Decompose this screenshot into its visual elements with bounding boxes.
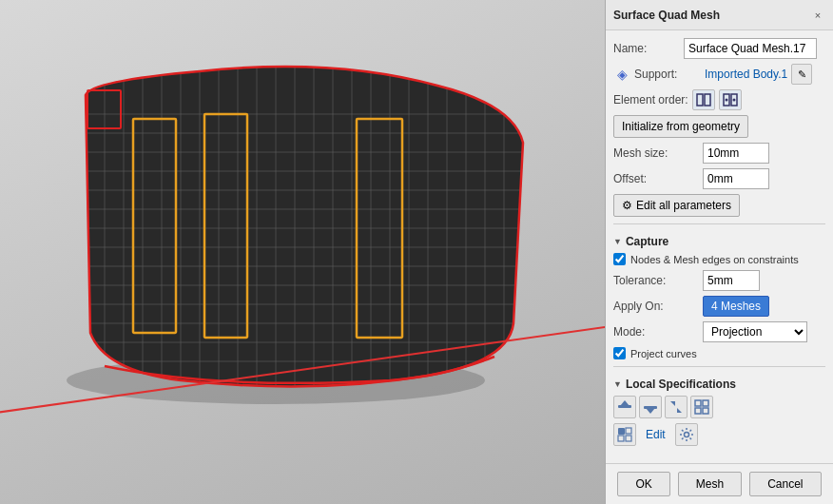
ok-button[interactable]: OK <box>617 472 669 496</box>
support-row: ◈ Support: Imported Body.1 ✎ <box>613 64 825 85</box>
support-value[interactable]: Imported Body.1 <box>705 68 787 81</box>
element-order-label: Element order: <box>613 93 688 107</box>
close-button[interactable]: × <box>810 8 825 23</box>
mode-row: Mode: Projection Snap None <box>613 321 825 342</box>
capture-header-label: Capture <box>626 235 668 248</box>
element-order-row: Element order: <box>613 89 825 110</box>
svg-marker-48 <box>620 400 630 406</box>
nodes-mesh-label: Nodes & Mesh edges on constraints <box>630 254 799 265</box>
nodes-mesh-checkbox[interactable] <box>613 253 626 265</box>
gear-icon-btn[interactable] <box>675 423 698 446</box>
svg-point-44 <box>725 99 727 102</box>
project-curves-row: Project curves <box>613 347 825 359</box>
support-label: Support: <box>634 68 701 81</box>
offset-input[interactable] <box>703 168 769 189</box>
local-spec-icon-2[interactable] <box>639 396 662 418</box>
local-spec-icon-1[interactable] <box>613 396 636 418</box>
separator-1 <box>613 223 825 224</box>
cancel-button[interactable]: Cancel <box>749 472 821 496</box>
tolerance-label: Tolerance: <box>613 274 699 287</box>
svg-rect-58 <box>626 436 631 441</box>
edit-support-btn[interactable]: ✎ <box>791 64 812 85</box>
support-icon: ◈ <box>613 66 630 83</box>
apply-on-label: Apply On: <box>613 300 699 313</box>
titlebar-buttons: × <box>810 8 825 23</box>
separator-2 <box>613 366 825 367</box>
panel-title: Surface Quad Mesh <box>613 9 720 22</box>
svg-rect-55 <box>618 428 625 435</box>
name-input[interactable] <box>684 38 817 59</box>
mesh-size-row: Mesh size: <box>613 143 825 164</box>
project-curves-checkbox[interactable] <box>613 347 626 359</box>
mesh-object <box>29 29 561 409</box>
edit-row: Edit <box>613 423 825 446</box>
svg-marker-50 <box>646 408 655 414</box>
edit-params-label: Edit all parameters <box>636 199 731 212</box>
svg-rect-57 <box>618 436 624 441</box>
svg-rect-41 <box>697 94 703 106</box>
init-btn-row: Initialize from geometry <box>613 115 825 138</box>
panel-body: Name: ◈ Support: Imported Body.1 ✎ Eleme… <box>606 30 833 463</box>
svg-rect-56 <box>626 428 631 434</box>
init-from-geometry-button[interactable]: Initialize from geometry <box>613 115 748 138</box>
mesh-size-input[interactable] <box>703 143 769 164</box>
offset-row: Offset: <box>613 168 825 189</box>
edit-icon-btn[interactable] <box>613 423 636 446</box>
svg-point-59 <box>684 433 688 437</box>
capture-chevron: ▼ <box>613 237 622 246</box>
local-spec-section-header[interactable]: ▼ Local Specifications <box>613 378 825 391</box>
edit-params-icon: ⚙ <box>622 199 632 212</box>
svg-rect-42 <box>705 94 710 106</box>
panel-footer: OK Mesh Cancel <box>606 463 833 504</box>
mesh-size-label: Mesh size: <box>613 146 699 160</box>
order-icon-1[interactable] <box>692 89 715 110</box>
svg-rect-52 <box>703 400 708 406</box>
project-curves-label: Project curves <box>630 348 697 359</box>
svg-rect-53 <box>695 408 701 414</box>
edit-params-button[interactable]: ⚙ Edit all parameters <box>613 194 740 217</box>
viewport <box>0 0 605 504</box>
nodes-mesh-checkbox-row: Nodes & Mesh edges on constraints <box>613 253 825 265</box>
edit-button[interactable]: Edit <box>640 426 671 443</box>
local-spec-header-label: Local Specifications <box>626 378 736 391</box>
svg-rect-54 <box>703 408 708 414</box>
local-spec-icons <box>613 396 825 418</box>
capture-section-header[interactable]: ▼ Capture <box>613 235 825 248</box>
mode-select[interactable]: Projection Snap None <box>703 321 807 342</box>
local-spec-icon-4[interactable] <box>690 396 713 418</box>
mesh-button[interactable]: Mesh <box>678 472 742 496</box>
panel-titlebar: Surface Quad Mesh × <box>606 0 833 30</box>
order-icon-2[interactable] <box>719 89 742 110</box>
apply-on-row: Apply On: 4 Meshes <box>613 296 825 317</box>
name-row: Name: <box>613 38 825 59</box>
svg-point-46 <box>732 99 735 102</box>
offset-label: Offset: <box>613 172 699 185</box>
panel: Surface Quad Mesh × Name: ◈ Support: Imp… <box>605 0 833 504</box>
svg-rect-51 <box>695 400 701 406</box>
apply-on-value[interactable]: 4 Meshes <box>703 296 769 317</box>
tolerance-input[interactable] <box>703 270 760 291</box>
tolerance-row: Tolerance: <box>613 270 825 291</box>
edit-params-row: ⚙ Edit all parameters <box>613 194 825 217</box>
mode-label: Mode: <box>613 325 699 339</box>
local-spec-icon-3[interactable] <box>665 396 688 418</box>
name-label: Name: <box>613 42 680 55</box>
local-spec-chevron: ▼ <box>613 379 622 389</box>
